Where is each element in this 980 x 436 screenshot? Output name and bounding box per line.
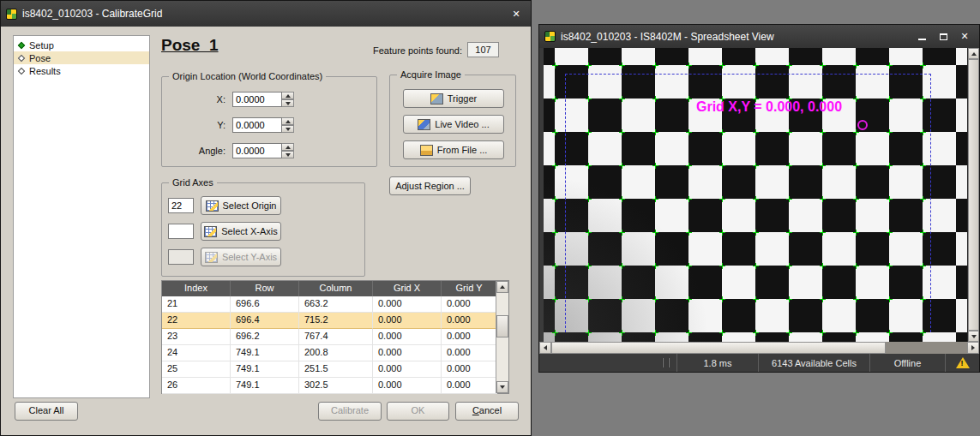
- scroll-down-button[interactable]: [968, 331, 979, 342]
- grid-corner-cross: [853, 330, 859, 336]
- tree-item-setup[interactable]: Setup: [14, 39, 149, 51]
- grid-corner-cross: [887, 129, 893, 135]
- origin-y-row: Y:: [162, 117, 294, 133]
- grid-corner-cross: [619, 263, 625, 269]
- table-cell: 749.1: [231, 345, 299, 361]
- grid-corner-cross: [586, 296, 592, 302]
- close-icon: ✕: [512, 9, 520, 20]
- scroll-up-button[interactable]: [496, 281, 508, 293]
- spin-down-icon[interactable]: [282, 99, 294, 107]
- grid-corner-cross: [920, 330, 926, 336]
- cancel-button[interactable]: Cancel: [455, 402, 519, 421]
- origin-index-input[interactable]: [168, 198, 194, 213]
- calibrategrid-titlebar[interactable]: is8402_010203 - CalibrateGrid ✕: [1, 1, 531, 27]
- grid-corner-cross: [920, 96, 926, 102]
- select-x-axis-button[interactable]: Select X-Axis: [201, 222, 281, 241]
- table-cell: 696.6: [231, 296, 299, 313]
- grid-corner-cross: [586, 263, 592, 269]
- scroll-up-button[interactable]: [968, 48, 979, 59]
- close-button[interactable]: ✕: [955, 29, 974, 45]
- grid-corner-cross: [719, 263, 725, 269]
- grid-corner-cross: [753, 230, 759, 236]
- x-axis-index-input[interactable]: [168, 224, 194, 239]
- grid-corner-cross: [887, 330, 893, 336]
- table-row[interactable]: 23696.2767.40.0000.000: [162, 329, 508, 345]
- trigger-icon: [430, 93, 443, 105]
- table-row[interactable]: 26749.1302.50.0000.000: [162, 378, 508, 394]
- table-cell: 0.000: [373, 378, 442, 394]
- ok-button: OK: [387, 402, 449, 421]
- grid-corner-cross: [586, 330, 592, 336]
- tree-item-results[interactable]: Results: [14, 64, 149, 77]
- grid-corner-cross: [619, 196, 625, 202]
- grid-corner-cross: [552, 296, 558, 302]
- origin-x-row: X:: [162, 92, 294, 107]
- maximize-button[interactable]: [934, 29, 953, 45]
- maximize-icon: [940, 33, 947, 40]
- table-cell: 0.000: [373, 296, 442, 313]
- scrollbar-thumb[interactable]: [551, 342, 886, 354]
- minimize-button[interactable]: [912, 29, 931, 45]
- diamond-icon: [18, 67, 25, 74]
- grid-corner-cross: [652, 96, 658, 102]
- table-cell: 0.000: [373, 345, 442, 361]
- grid-corner-cross: [686, 163, 692, 169]
- grid-corner-cross: [719, 63, 725, 69]
- desktop: is8402_010203 - CalibrateGrid ✕ Setup Po…: [0, 0, 980, 436]
- grid-corner-cross: [619, 230, 625, 236]
- table-cell: 663.2: [299, 296, 373, 313]
- table-cell: 251.5: [299, 361, 373, 378]
- spin-up-icon[interactable]: [282, 143, 294, 151]
- grid-corner-cross: [552, 96, 558, 102]
- grid-corner-cross: [887, 196, 893, 202]
- table-cell: 25: [162, 361, 231, 378]
- angle-input[interactable]: [232, 143, 282, 158]
- grid-corner-cross: [786, 129, 792, 135]
- table-cell: 0.000: [442, 296, 497, 313]
- x-input[interactable]: [232, 92, 282, 107]
- adjust-region-button[interactable]: Adjust Region ...: [389, 176, 471, 195]
- feature-points-table: IndexRowColumnGrid XGrid Y 21696.6663.20…: [161, 280, 509, 394]
- y-input[interactable]: [232, 117, 282, 133]
- select-y-axis-button: Select Y-Axis: [201, 248, 281, 266]
- region-top-dashed-line: [565, 74, 931, 75]
- spin-up-icon[interactable]: [282, 117, 294, 125]
- vertical-scrollbar: [967, 48, 979, 342]
- scroll-down-button[interactable]: [496, 381, 508, 393]
- grid-corner-cross: [686, 263, 692, 269]
- close-button[interactable]: ✕: [507, 6, 526, 21]
- scrollbar-thumb[interactable]: [968, 59, 979, 331]
- grid-corner-cross: [619, 163, 625, 169]
- table-cell: 302.5: [299, 378, 373, 394]
- trigger-button[interactable]: Trigger: [403, 89, 504, 108]
- spreadsheet-titlebar[interactable]: is8402_010203 - IS8402M - Spreadsheet Vi…: [539, 25, 979, 48]
- spin-down-icon[interactable]: [282, 125, 294, 133]
- table-cell: 0.000: [442, 345, 497, 361]
- table-cell: 26: [162, 378, 231, 394]
- table-row[interactable]: 22696.4715.20.0000.000: [162, 313, 508, 329]
- tree-item-pose[interactable]: Pose: [14, 51, 149, 64]
- grid-corner-cross: [887, 230, 893, 236]
- angle-label: Angle:: [162, 146, 232, 156]
- select-origin-button[interactable]: Select Origin: [201, 196, 281, 215]
- grid-corner-cross: [619, 96, 625, 102]
- table-row[interactable]: 24749.1200.80.0000.000: [162, 345, 508, 361]
- table-row[interactable]: 25749.1251.50.0000.000: [162, 361, 508, 378]
- y-label: Y:: [162, 120, 232, 130]
- checkerboard-view[interactable]: Grid X,Y = 0.000, 0.000: [544, 48, 967, 342]
- table-cell: 696.2: [231, 329, 299, 345]
- grid-corner-cross: [920, 163, 926, 169]
- live-video-button[interactable]: Live Video ...: [403, 115, 504, 134]
- table-row[interactable]: 21696.6663.20.0000.000: [162, 296, 508, 313]
- clear-all-button[interactable]: Clear All: [15, 402, 78, 421]
- grid-corner-cross: [853, 96, 859, 102]
- scroll-right-button[interactable]: [967, 342, 979, 354]
- status-warning-segment: [945, 354, 979, 372]
- grid-corner-cross: [719, 163, 725, 169]
- scroll-left-button[interactable]: [539, 342, 551, 354]
- spin-up-icon[interactable]: [282, 92, 294, 99]
- from-file-button[interactable]: From File ...: [403, 140, 504, 159]
- select-x-axis-icon: [204, 226, 217, 237]
- scrollbar-thumb[interactable]: [496, 315, 508, 337]
- spin-down-icon[interactable]: [282, 151, 294, 158]
